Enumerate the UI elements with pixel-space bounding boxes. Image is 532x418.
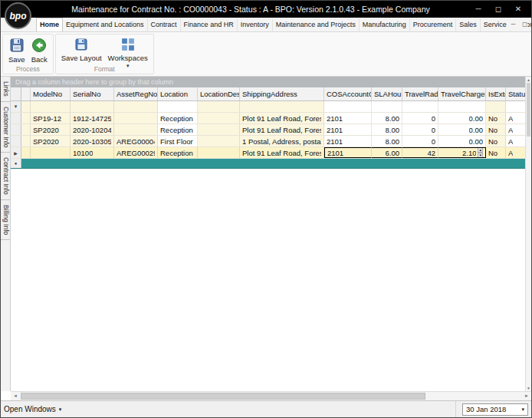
scroll-left-icon[interactable]: ◄ [11,392,20,400]
horizontal-scroll-thumb[interactable] [21,393,425,400]
cell-isextra[interactable] [486,101,506,112]
cell-status[interactable]: A [506,136,525,146]
cell-status[interactable] [506,101,525,112]
cell-modelno[interactable] [31,159,71,168]
tab-contract[interactable]: Contract [148,18,181,31]
cell-locationdesc[interactable] [198,113,240,123]
cell-status[interactable]: A [506,124,525,135]
side-tab-links[interactable]: Links [1,77,10,102]
column-header-slahours[interactable]: SLAHours [372,87,402,100]
cell-serialno[interactable]: 1912-147258 [71,113,114,123]
cell-locationdesc[interactable] [198,159,240,168]
tab-sales[interactable]: Sales [456,18,481,31]
cell-isextra[interactable] [486,159,506,168]
cell-shippingaddress[interactable] [240,159,324,168]
column-header-isextra[interactable]: IsExtra [486,87,506,100]
column-header-shippingaddress[interactable]: ShippingAddress [240,87,324,100]
close-icon[interactable]: ✕ [508,1,528,18]
cell-cosaccountcode[interactable] [324,159,372,168]
table-row[interactable]: SP20202020-102048ReceptionPlot 91 Leaf R… [11,124,525,136]
cell-travelradius[interactable]: 0 [402,136,438,146]
cell-travelradius[interactable]: 0 [402,113,438,123]
filter-row[interactable]: ▼ [11,101,525,113]
cell-assetregno[interactable]: AREG000048 [114,136,158,146]
column-header-status[interactable]: Status [506,87,525,100]
cell-locationdesc[interactable] [198,147,240,158]
cell-shippingaddress[interactable]: Plot 91 Leaf Road, Forest Hills, ... [240,113,324,123]
cell-serialno[interactable] [71,101,114,112]
mdi-restore-icon[interactable]: ◻ [522,19,527,30]
column-header-locationdesc[interactable]: LocationDesc [198,87,240,100]
cell-cosaccountcode[interactable]: 2101 [324,124,372,135]
cell-locationdesc[interactable] [198,101,240,112]
cell-cosaccountcode[interactable]: 2101 [324,147,372,158]
new-row[interactable]: ● [11,159,525,169]
cell-blank[interactable] [21,113,31,123]
vertical-scroll-thumb[interactable] [527,83,530,137]
side-tab-billing-info[interactable]: Billing Info [1,200,10,240]
scroll-down-icon[interactable]: ▼ [526,386,531,390]
column-header-assetregno[interactable]: AssetRegNo [114,87,158,100]
tab-maintenance-and-projects[interactable]: Maintenance and Projects [273,18,360,31]
cell-status[interactable]: A [506,147,525,158]
column-header-modelno[interactable]: ModelNo [31,87,71,100]
column-header-location[interactable]: Location [158,87,198,100]
cell-shippingaddress[interactable] [240,101,324,112]
mdi-minimize-icon[interactable]: ─ [511,19,516,30]
spinner-up-icon[interactable]: ▴ [478,147,483,153]
cell-location[interactable] [158,101,198,112]
cell-modelno[interactable]: SP2020 [31,136,71,146]
cell-shippingaddress[interactable]: Plot 91 Leaf Road, Forest Hills, ... [240,147,324,158]
value-spinner[interactable]: ▴▾ [478,147,483,158]
cell-blank[interactable] [21,159,31,168]
side-tab-contract-info[interactable]: Contract Info [1,153,10,200]
cell-serialno[interactable]: 2020-103053 [71,136,114,146]
column-header-cosaccountcode[interactable]: COSAccountCode [324,87,372,100]
cell-serialno[interactable] [71,159,114,168]
back-button[interactable]: Back [28,36,51,65]
save-button[interactable]: Save [5,36,28,65]
tab-service[interactable]: Service [481,18,511,31]
cell-blank[interactable] [21,124,31,135]
tab-inventory[interactable]: Inventory [238,18,273,31]
cell-location[interactable]: Reception [158,124,198,135]
minimize-icon[interactable]: ─ [468,1,488,18]
cell-isextra[interactable]: No [486,113,506,123]
horizontal-scrollbar[interactable]: ◄ ► [11,391,531,400]
column-header-blank[interactable] [21,87,31,100]
table-row[interactable]: SP19-121912-147258ReceptionPlot 91 Leaf … [11,113,525,124]
cell-cosaccountcode[interactable]: 2101 [324,136,372,146]
cell-slahours[interactable]: 8.00 [372,136,402,146]
vertical-scrollbar[interactable]: ▲ ▼ [525,77,531,391]
cell-assetregno[interactable] [114,124,158,135]
cell-isextra[interactable]: No [486,147,506,158]
cell-location[interactable]: Reception [158,113,198,123]
cell-modelno[interactable] [31,101,71,112]
cell-modelno[interactable]: SP19-12 [31,113,71,123]
cell-shippingaddress[interactable]: 1 Postal, Address, postal 3, pos... [240,136,324,146]
tab-home[interactable]: Home [36,18,63,31]
cell-assetregno[interactable]: AREG000290 [114,147,158,158]
cell-serialno[interactable]: 2020-102048 [71,124,114,135]
cell-travelradius[interactable]: 0 [402,124,438,135]
spinner-down-icon[interactable]: ▾ [478,153,483,158]
cell-slahours[interactable]: 8.00 [372,113,402,123]
scroll-right-icon[interactable]: ► [522,392,531,400]
cell-blank[interactable] [21,136,31,146]
cell-location[interactable]: Reception [158,147,198,158]
cell-travelradius[interactable]: 42 [402,147,438,158]
cell-cosaccountcode[interactable] [324,101,372,112]
cell-slahours[interactable]: 8.00 [372,124,402,135]
cell-blank[interactable] [21,101,31,112]
cell-status[interactable] [506,159,525,168]
cell-travelchargerate[interactable] [438,101,486,112]
cell-blank[interactable] [21,147,31,158]
save-layout-button[interactable]: Save Layout [58,36,105,64]
cell-assetregno[interactable] [114,101,158,112]
cell-locationdesc[interactable] [198,124,240,135]
cell-travelchargerate[interactable]: 0.00 [438,124,486,135]
cell-assetregno[interactable] [114,113,158,123]
cell-location[interactable]: First Floor [158,136,198,146]
column-header-travelchargerate[interactable]: TravelChargeRate [438,87,486,100]
tab-procurement[interactable]: Procurement [410,18,457,31]
